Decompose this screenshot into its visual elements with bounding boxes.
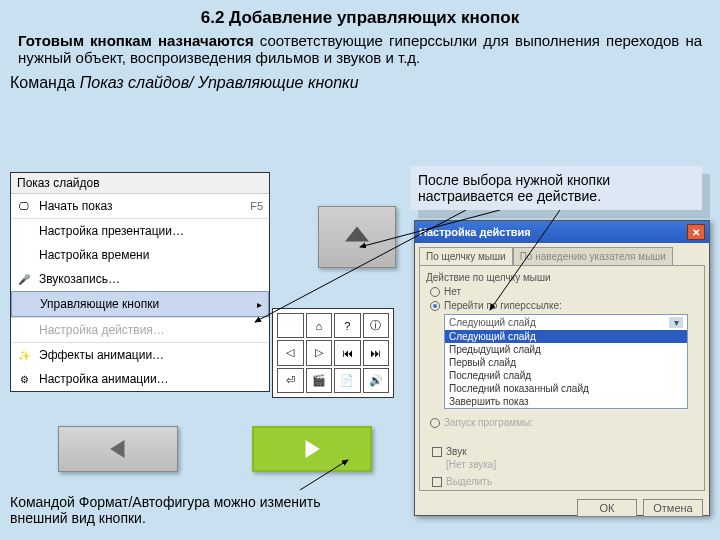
sticky-note: После выбора нужной кнопки настраивается…	[410, 166, 702, 210]
combo-option[interactable]: Предыдущий слайд	[445, 343, 687, 356]
action-button-info[interactable]: ⓘ	[363, 313, 390, 338]
hyperlink-combo[interactable]: Следующий слайд ▾ Следующий слайд Предыд…	[444, 314, 688, 409]
action-settings-dialog: Настройка действия ✕ По щелчку мыши По н…	[414, 220, 710, 516]
sample-nav-button-back[interactable]	[58, 426, 178, 472]
menu-title: Показ слайдов	[11, 173, 269, 194]
slideshow-menu: Показ слайдов 🖵 Начать показ F5 Настройк…	[10, 172, 270, 392]
combo-option[interactable]: Следующий слайд	[445, 330, 687, 343]
chevron-right-icon: ▸	[257, 299, 262, 310]
radio-hyperlink[interactable]: Перейти по гиперссылке:	[430, 300, 698, 311]
dialog-footer: ОК Отмена	[415, 495, 709, 521]
arrow-up-icon	[342, 222, 372, 252]
combo-option[interactable]: Последний слайд	[445, 369, 687, 382]
ok-button[interactable]: ОК	[577, 499, 637, 517]
combo-option[interactable]: Первый слайд	[445, 356, 687, 369]
action-button-document[interactable]: 📄	[334, 368, 361, 393]
action-button-custom[interactable]	[277, 313, 304, 338]
combo-option[interactable]: Завершить показ	[445, 395, 687, 408]
action-button-help[interactable]: ?	[334, 313, 361, 338]
sparkle-icon: ✨	[15, 347, 33, 363]
radio-icon	[430, 287, 440, 297]
menu-item-record-sound[interactable]: 🎤 Звукозапись…	[11, 267, 269, 291]
action-button-home[interactable]: ⌂	[306, 313, 333, 338]
monitor-icon: 🖵	[15, 198, 33, 214]
menu-item-setup-timing[interactable]: Настройка времени	[11, 243, 269, 267]
menu-item-setup-presentation[interactable]: Настройка презентации…	[11, 218, 269, 243]
checkbox-highlight: Выделить	[432, 476, 698, 487]
menu-item-animation-effects[interactable]: ✨ Эффекты анимации…	[11, 342, 269, 367]
action-button-forward[interactable]: ▷	[306, 340, 333, 365]
close-icon[interactable]: ✕	[687, 224, 705, 240]
svg-marker-1	[110, 440, 124, 458]
radio-icon	[430, 301, 440, 311]
svg-marker-0	[345, 227, 369, 242]
dialog-body: Действие по щелчку мыши Нет Перейти по г…	[419, 265, 705, 491]
radio-none[interactable]: Нет	[430, 286, 698, 297]
command-path: Команда Показ слайдов/ Управляющие кнопк…	[0, 68, 720, 96]
menu-item-start-show[interactable]: 🖵 Начать показ F5	[11, 194, 269, 218]
checkbox-icon	[432, 477, 442, 487]
action-button-first[interactable]: ⏮	[334, 340, 361, 365]
sample-nav-button-forward[interactable]	[252, 426, 372, 472]
menu-item-action-settings: Настройка действия…	[11, 317, 269, 342]
svg-marker-2	[306, 440, 320, 458]
chevron-down-icon: ▾	[669, 317, 683, 328]
mic-icon: 🎤	[15, 271, 33, 287]
radio-run-program: Запуск программы:	[430, 417, 698, 428]
action-button-movie[interactable]: 🎬	[306, 368, 333, 393]
action-button-return[interactable]: ⏎	[277, 368, 304, 393]
action-button-back[interactable]: ◁	[277, 340, 304, 365]
arrow-right-icon	[299, 436, 325, 462]
arrow-left-icon	[105, 436, 131, 462]
sound-value: [Нет звука]	[446, 459, 698, 470]
action-button-last[interactable]: ⏭	[363, 340, 390, 365]
action-button-sound[interactable]: 🔊	[363, 368, 390, 393]
intro-lead: Готовым кнопкам назначаются	[18, 32, 260, 49]
menu-item-animation-setup[interactable]: ⚙ Настройка анимации…	[11, 367, 269, 391]
tab-on-click[interactable]: По щелчку мыши	[419, 247, 513, 265]
bottom-caption: Командой Формат/Автофигура можно изменит…	[10, 494, 350, 526]
intro-paragraph: Готовым кнопкам назначаются соответствую…	[0, 28, 720, 68]
section-heading: 6.2 Добавление управляющих кнопок	[0, 0, 720, 28]
menu-item-action-buttons[interactable]: Управляющие кнопки ▸	[11, 291, 269, 317]
combo-option[interactable]: Последний показанный слайд	[445, 382, 687, 395]
cancel-button[interactable]: Отмена	[643, 499, 703, 517]
checkbox-sound[interactable]: Звук	[432, 446, 698, 457]
sample-nav-button-up[interactable]	[318, 206, 396, 268]
dialog-titlebar: Настройка действия ✕	[415, 221, 709, 243]
radio-icon	[430, 418, 440, 428]
gear-icon: ⚙	[15, 371, 33, 387]
shortcut-label: F5	[250, 200, 263, 212]
dialog-tabs: По щелчку мыши По наведению указателя мы…	[415, 243, 709, 265]
action-buttons-palette: ⌂ ? ⓘ ◁ ▷ ⏮ ⏭ ⏎ 🎬 📄 🔊	[272, 308, 394, 398]
checkbox-icon	[432, 447, 442, 457]
tab-on-hover[interactable]: По наведению указателя мыши	[513, 247, 673, 265]
section-label: Действие по щелчку мыши	[426, 272, 698, 283]
combo-dropdown-list: Следующий слайд Предыдущий слайд Первый …	[445, 330, 687, 408]
